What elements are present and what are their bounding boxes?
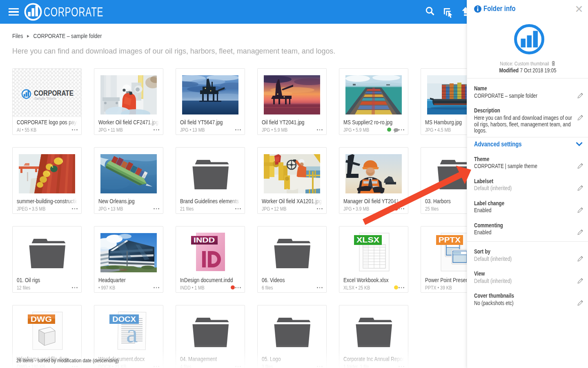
svg-text:Sample Theme: Sample Theme	[34, 96, 56, 101]
svg-text:DOCX: DOCX	[112, 315, 136, 323]
svg-text:XLSX: XLSX	[356, 236, 379, 244]
svg-text:PPTX: PPTX	[439, 236, 461, 244]
svg-text:DWG: DWG	[31, 315, 52, 323]
svg-text:INDD: INDD	[194, 236, 215, 244]
